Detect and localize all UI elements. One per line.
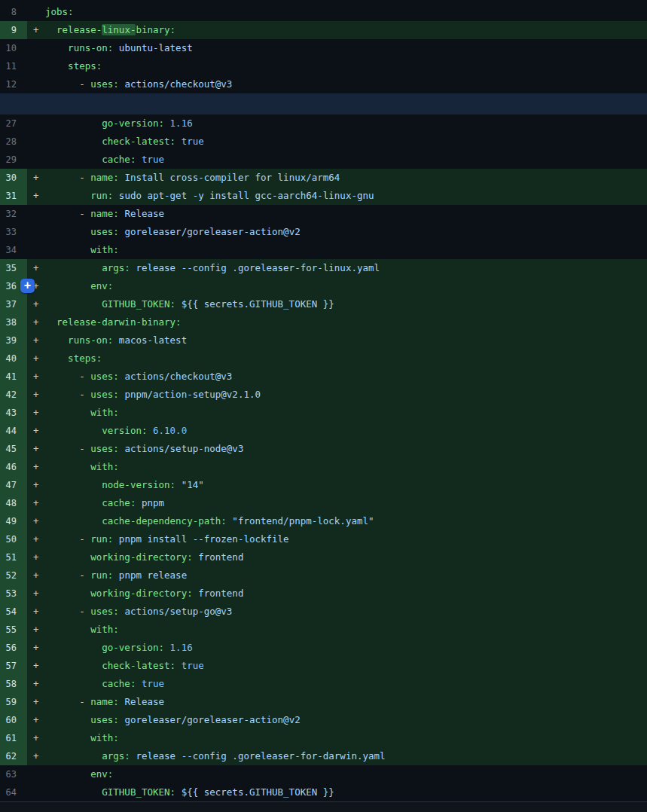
line-number[interactable]: 53: [0, 585, 27, 603]
code-token: macos-latest: [113, 334, 187, 346]
diff-line: 31+ run: sudo apt-get -y install gcc-aar…: [0, 187, 647, 205]
line-number[interactable]: 59: [0, 693, 27, 711]
code-token: actions/checkout@v3: [119, 371, 233, 382]
code-token: run:: [90, 533, 113, 545]
diff-line: 57+ check-latest: true: [0, 657, 647, 675]
line-number[interactable]: 60: [0, 711, 27, 729]
line-number[interactable]: 32: [0, 205, 27, 223]
line-number[interactable]: 63: [0, 765, 27, 783]
line-number[interactable]: 28: [0, 133, 27, 151]
addition-marker: +: [27, 386, 45, 404]
code-token: Install cross-compiler for linux/arm64: [119, 172, 340, 183]
code-token: goreleaser/goreleaser-action@v2: [119, 714, 301, 725]
line-number[interactable]: 61: [0, 729, 27, 747]
line-number[interactable]: 34: [0, 241, 27, 259]
code-token: ubuntu-latest: [113, 42, 192, 53]
code-token: [45, 298, 102, 310]
line-number[interactable]: 50: [0, 530, 27, 548]
diff-line: 33 uses: goreleaser/goreleaser-action@v2: [0, 223, 647, 241]
code-token: with:: [90, 461, 119, 472]
line-number[interactable]: 46: [0, 458, 27, 476]
line-number[interactable]: 40: [0, 350, 27, 368]
line-number[interactable]: 10: [0, 39, 27, 57]
addition-marker: +: [27, 494, 45, 512]
diff-line: 44+ version: 6.10.0: [0, 422, 647, 440]
code-text: version: 6.10.0: [45, 422, 647, 440]
line-number[interactable]: 49: [0, 512, 27, 530]
code-token: actions/checkout@v3: [119, 78, 233, 90]
diff-line: 38+ release-darwin-binary:: [0, 313, 647, 331]
line-number[interactable]: 62: [0, 747, 27, 765]
diff-marker-empty: [27, 39, 45, 57]
code-token: ${{ secrets.GITHUB_TOKEN }}: [175, 298, 334, 310]
line-number[interactable]: 8: [0, 3, 27, 21]
code-token: GITHUB_TOKEN:: [102, 786, 175, 798]
line-number[interactable]: 44: [0, 422, 27, 440]
line-number[interactable]: 57: [0, 657, 27, 675]
code-text: with:: [45, 458, 647, 476]
code-text: - run: pnpm release: [45, 566, 647, 585]
line-number[interactable]: 41: [0, 368, 27, 386]
diff-line: 51+ working-directory: frontend: [0, 548, 647, 566]
line-number[interactable]: 48: [0, 494, 27, 512]
line-number[interactable]: 37: [0, 295, 27, 313]
line-number[interactable]: 35: [0, 259, 27, 277]
line-number[interactable]: 11: [0, 57, 27, 75]
expand-hidden-lines-row[interactable]: [0, 93, 647, 114]
line-number[interactable]: 42: [0, 386, 27, 404]
line-number[interactable]: 39: [0, 331, 27, 350]
line-number[interactable]: 43: [0, 404, 27, 422]
line-number[interactable]: 58: [0, 675, 27, 693]
code-text: runs-on: ubuntu-latest: [45, 39, 647, 57]
code-text: steps:: [45, 350, 647, 368]
addition-marker: +: [27, 747, 45, 765]
line-number[interactable]: 29: [0, 151, 27, 169]
diff-line: 10 runs-on: ubuntu-latest: [0, 39, 647, 57]
code-token: [45, 316, 56, 328]
line-number[interactable]: 56: [0, 639, 27, 657]
diff-line: 9+ release-linux-binary:: [0, 21, 647, 39]
code-text: with:: [45, 404, 647, 422]
line-number[interactable]: 55: [0, 621, 27, 639]
diff-line: 59+ - name: Release: [0, 693, 647, 711]
addition-marker: +: [27, 476, 45, 494]
code-token: [45, 190, 90, 201]
code-text: uses: goreleaser/goreleaser-action@v2: [45, 223, 647, 241]
diff-line: 45+ - uses: actions/setup-node@v3: [0, 440, 647, 458]
add-comment-button[interactable]: +: [20, 279, 35, 293]
line-number[interactable]: 12: [0, 75, 27, 93]
code-token: actions/setup-go@v3: [119, 606, 233, 617]
code-text: uses: goreleaser/goreleaser-action@v2: [45, 711, 647, 729]
code-token: [45, 714, 90, 725]
code-token: env:: [90, 768, 113, 780]
line-number[interactable]: 33: [0, 223, 27, 241]
code-token: run:: [90, 190, 113, 201]
diff-marker-empty: [27, 133, 45, 151]
code-token: jobs:: [45, 6, 74, 17]
line-number[interactable]: 54: [0, 603, 27, 621]
code-token: [45, 678, 102, 689]
addition-marker: +: [27, 711, 45, 729]
line-number[interactable]: 64: [0, 783, 27, 801]
diff-line: 62+ args: release --config .goreleaser-f…: [0, 747, 647, 765]
code-token: true: [175, 660, 204, 671]
diff-line: 61+ with:: [0, 729, 647, 747]
code-token: with:: [90, 732, 119, 743]
addition-marker: +: [27, 566, 45, 585]
line-number[interactable]: 52: [0, 566, 27, 585]
diff-line: 41+ - uses: actions/checkout@v3: [0, 368, 647, 386]
code-token: with:: [90, 624, 119, 635]
line-number[interactable]: 30: [0, 169, 27, 187]
line-number[interactable]: 9: [0, 21, 27, 39]
line-number[interactable]: 31: [0, 187, 27, 205]
line-number[interactable]: 45: [0, 440, 27, 458]
addition-marker: +: [27, 422, 45, 440]
line-number[interactable]: 47: [0, 476, 27, 494]
line-number[interactable]: 38: [0, 313, 27, 331]
line-number[interactable]: 27: [0, 114, 27, 133]
code-token: goreleaser/goreleaser-action@v2: [119, 226, 301, 237]
diff-code-view: 8jobs:9+ release-linux-binary:10 runs-on…: [0, 0, 647, 801]
code-token: frontend: [193, 588, 244, 599]
diff-line: 30+ - name: Install cross-compiler for l…: [0, 169, 647, 187]
line-number[interactable]: 51: [0, 548, 27, 566]
